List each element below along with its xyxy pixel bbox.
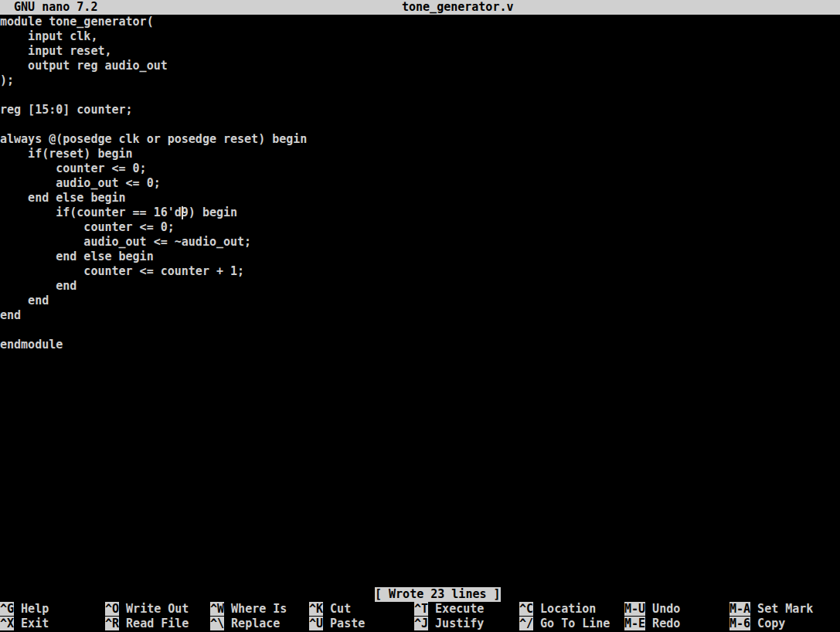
shortcut-row-2: ^XExit ^RRead File ^\Replace ^UPaste ^JJ…	[0, 617, 840, 631]
key-ctrl-g: ^G	[0, 602, 14, 616]
key-meta-a: M-A	[729, 602, 750, 616]
shortcut-where-is[interactable]: ^WWhere Is	[210, 602, 309, 617]
shortcut-justify[interactable]: ^JJustify	[414, 617, 519, 631]
key-ctrl-o: ^O	[105, 602, 119, 616]
shortcut-help[interactable]: ^GHelp	[0, 602, 105, 617]
shortcut-label: Cut	[330, 602, 351, 616]
shortcut-location[interactable]: ^CLocation	[519, 602, 624, 617]
key-ctrl-r: ^R	[105, 617, 119, 630]
shortcut-label: Redo	[652, 617, 680, 630]
shortcut-label: Write Out	[126, 602, 189, 616]
shortcut-replace[interactable]: ^\Replace	[210, 617, 309, 631]
shortcut-label: Replace	[231, 617, 280, 630]
shortcut-label: Execute	[435, 602, 484, 616]
key-ctrl-u: ^U	[309, 617, 323, 630]
shortcut-go-to-line[interactable]: ^/Go To Line	[519, 617, 624, 631]
key-ctrl-t: ^T	[414, 602, 428, 616]
key-ctrl-x: ^X	[0, 617, 14, 630]
text-cursor	[182, 206, 183, 219]
key-ctrl-w: ^W	[210, 602, 224, 616]
key-meta-e: M-E	[624, 617, 645, 630]
shortcut-execute[interactable]: ^TExecute	[414, 602, 519, 617]
shortcut-label: Undo	[652, 602, 680, 616]
shortcut-label: Paste	[330, 617, 365, 630]
app-version: GNU nano 7.2	[0, 0, 97, 15]
shortcut-redo[interactable]: M-ERedo	[624, 617, 729, 631]
shortcut-label: Set Mark	[757, 602, 813, 616]
shortcut-label: Exit	[21, 617, 49, 630]
shortcut-label: Justify	[435, 617, 484, 630]
shortcut-set-mark[interactable]: M-ASet Mark	[729, 602, 840, 617]
filename: tone_generator.v	[402, 0, 514, 15]
shortcut-write-out[interactable]: ^OWrite Out	[105, 602, 210, 617]
shortcut-read-file[interactable]: ^RRead File	[105, 617, 210, 631]
key-ctrl-slash: ^/	[519, 617, 533, 630]
shortcut-copy[interactable]: M-6Copy	[729, 617, 840, 631]
shortcut-undo[interactable]: M-UUndo	[624, 602, 729, 617]
shortcut-label: Location	[540, 602, 596, 616]
shortcut-paste[interactable]: ^UPaste	[309, 617, 414, 631]
status-message: [ Wrote 23 lines ]	[375, 587, 501, 602]
shortcut-label: Copy	[757, 617, 785, 630]
shortcut-row-1: ^GHelp ^OWrite Out ^WWhere Is ^KCut ^TEx…	[0, 602, 840, 617]
titlebar: GNU nano 7.2 tone_generator.v	[0, 0, 840, 15]
nano-terminal: GNU nano 7.2 tone_generator.v module ton…	[0, 0, 840, 632]
key-ctrl-j: ^J	[414, 617, 428, 630]
key-meta-6: M-6	[729, 617, 750, 630]
shortcut-label: Go To Line	[540, 617, 610, 630]
key-ctrl-backslash: ^\	[210, 617, 224, 630]
shortcut-label: Where Is	[231, 602, 287, 616]
shortcut-cut[interactable]: ^KCut	[309, 602, 414, 617]
shortcut-exit[interactable]: ^XExit	[0, 617, 105, 631]
shortcut-label: Help	[21, 602, 49, 616]
key-ctrl-k: ^K	[309, 602, 323, 616]
editor-text[interactable]: module tone_generator( input clk, input …	[0, 15, 307, 352]
key-ctrl-c: ^C	[519, 602, 533, 616]
shortcut-label: Read File	[126, 617, 189, 630]
key-meta-u: M-U	[624, 602, 645, 616]
